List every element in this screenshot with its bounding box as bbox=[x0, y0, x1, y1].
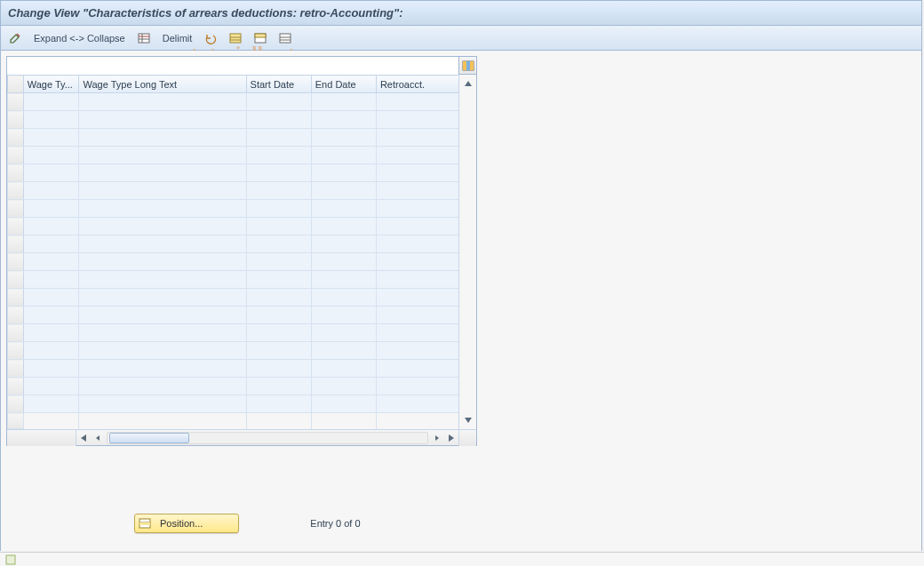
cell-wage_ty[interactable] bbox=[23, 395, 79, 413]
cell-start_date[interactable] bbox=[246, 289, 311, 307]
row-selector[interactable] bbox=[8, 200, 24, 218]
cell-retroacct[interactable] bbox=[376, 395, 459, 413]
cell-wage_ty[interactable] bbox=[23, 342, 79, 360]
row-selector[interactable] bbox=[8, 129, 24, 147]
cell-end_date[interactable] bbox=[311, 182, 376, 200]
cell-end_date[interactable] bbox=[311, 218, 376, 235]
row-selector[interactable] bbox=[8, 324, 24, 342]
v-scroll-track[interactable] bbox=[462, 92, 474, 411]
cell-retroacct[interactable] bbox=[376, 200, 459, 218]
row-selector[interactable] bbox=[8, 360, 24, 378]
cell-wage_long[interactable] bbox=[79, 200, 246, 218]
row-selector[interactable] bbox=[8, 182, 24, 200]
configure-columns-button[interactable] bbox=[458, 57, 476, 75]
cell-wage_long[interactable] bbox=[79, 307, 246, 324]
cell-wage_long[interactable] bbox=[79, 111, 246, 129]
cell-retroacct[interactable] bbox=[376, 253, 459, 271]
cell-start_date[interactable] bbox=[246, 182, 311, 200]
row-selector[interactable] bbox=[8, 378, 24, 395]
row-selector[interactable] bbox=[8, 111, 24, 129]
column-header-wage_long[interactable]: Wage Type Long Text bbox=[79, 76, 246, 93]
cell-retroacct[interactable] bbox=[376, 111, 459, 129]
cell-end_date[interactable] bbox=[311, 111, 376, 129]
cell-end_date[interactable] bbox=[311, 235, 376, 253]
cell-start_date[interactable] bbox=[246, 218, 311, 235]
column-header-retroacct[interactable]: Retroacct. bbox=[376, 76, 459, 93]
vertical-scrollbar[interactable] bbox=[458, 75, 476, 429]
cell-retroacct[interactable] bbox=[376, 342, 459, 360]
row-selector[interactable] bbox=[8, 147, 24, 164]
row-selector[interactable] bbox=[8, 395, 24, 413]
change-details-button[interactable] bbox=[4, 29, 26, 47]
cell-retroacct[interactable] bbox=[376, 307, 459, 324]
cell-wage_ty[interactable] bbox=[23, 289, 79, 307]
h-scroll-thumb[interactable] bbox=[109, 433, 189, 443]
row-selector[interactable] bbox=[8, 289, 24, 307]
cell-wage_ty[interactable] bbox=[23, 182, 79, 200]
cell-end_date[interactable] bbox=[311, 129, 376, 147]
cell-retroacct[interactable] bbox=[376, 93, 459, 111]
cell-start_date[interactable] bbox=[246, 253, 311, 271]
scroll-down-icon[interactable] bbox=[461, 413, 475, 427]
row-selector[interactable] bbox=[8, 235, 24, 253]
cell-wage_ty[interactable] bbox=[23, 360, 79, 378]
cell-end_date[interactable] bbox=[311, 200, 376, 218]
cell-start_date[interactable] bbox=[246, 342, 311, 360]
cell-wage_long[interactable] bbox=[79, 395, 246, 413]
position-button[interactable]: Position... bbox=[134, 514, 239, 533]
cell-start_date[interactable] bbox=[246, 307, 311, 324]
cell-end_date[interactable] bbox=[311, 271, 376, 289]
undo-change-button[interactable] bbox=[200, 29, 221, 47]
cell-start_date[interactable] bbox=[246, 395, 311, 413]
cell-wage_ty[interactable] bbox=[23, 200, 79, 218]
cell-end_date[interactable] bbox=[311, 360, 376, 378]
cell-wage_ty[interactable] bbox=[23, 235, 79, 253]
cell-wage_long[interactable] bbox=[79, 378, 246, 395]
cell-retroacct[interactable] bbox=[376, 378, 459, 395]
cell-wage_long[interactable] bbox=[79, 360, 246, 378]
scroll-last-icon[interactable] bbox=[444, 431, 458, 445]
row-selector[interactable] bbox=[8, 218, 24, 235]
cell-end_date[interactable] bbox=[311, 147, 376, 164]
cell-retroacct[interactable] bbox=[376, 289, 459, 307]
cell-retroacct[interactable] bbox=[376, 218, 459, 235]
cell-wage_long[interactable] bbox=[79, 164, 246, 182]
cell-start_date[interactable] bbox=[246, 164, 311, 182]
cell-wage_ty[interactable] bbox=[23, 147, 79, 164]
row-selector-header[interactable] bbox=[8, 76, 24, 93]
row-selector[interactable] bbox=[8, 271, 24, 289]
table-settings-button[interactable] bbox=[133, 29, 155, 47]
scroll-up-icon[interactable] bbox=[461, 76, 475, 91]
cell-start_date[interactable] bbox=[246, 378, 311, 395]
cell-start_date[interactable] bbox=[246, 93, 311, 111]
select-block-button[interactable] bbox=[250, 29, 271, 47]
row-selector[interactable] bbox=[8, 307, 24, 324]
cell-start_date[interactable] bbox=[246, 360, 311, 378]
cell-retroacct[interactable] bbox=[376, 324, 459, 342]
cell-start_date[interactable] bbox=[246, 271, 311, 289]
cell-wage_long[interactable] bbox=[79, 271, 246, 289]
cell-wage_long[interactable] bbox=[79, 235, 246, 253]
deselect-all-button[interactable] bbox=[275, 29, 296, 47]
cell-start_date[interactable] bbox=[246, 324, 311, 342]
cell-start_date[interactable] bbox=[246, 235, 311, 253]
cell-wage_ty[interactable] bbox=[23, 271, 79, 289]
cell-wage_ty[interactable] bbox=[23, 378, 79, 395]
cell-retroacct[interactable] bbox=[376, 147, 459, 164]
cell-end_date[interactable] bbox=[311, 324, 376, 342]
cell-start_date[interactable] bbox=[246, 147, 311, 164]
cell-end_date[interactable] bbox=[311, 93, 376, 111]
select-all-button[interactable] bbox=[225, 29, 246, 47]
cell-retroacct[interactable] bbox=[376, 271, 459, 289]
cell-wage_long[interactable] bbox=[79, 289, 246, 307]
h-scroll-track[interactable] bbox=[107, 432, 428, 444]
cell-wage_ty[interactable] bbox=[23, 253, 79, 271]
cell-end_date[interactable] bbox=[311, 395, 376, 413]
row-selector[interactable] bbox=[8, 342, 24, 360]
cell-wage_ty[interactable] bbox=[23, 324, 79, 342]
column-header-wage_ty[interactable]: Wage Ty... bbox=[23, 76, 79, 93]
cell-wage_long[interactable] bbox=[79, 93, 246, 111]
cell-wage_long[interactable] bbox=[79, 218, 246, 235]
cell-wage_long[interactable] bbox=[79, 129, 246, 147]
row-selector[interactable] bbox=[8, 253, 24, 271]
